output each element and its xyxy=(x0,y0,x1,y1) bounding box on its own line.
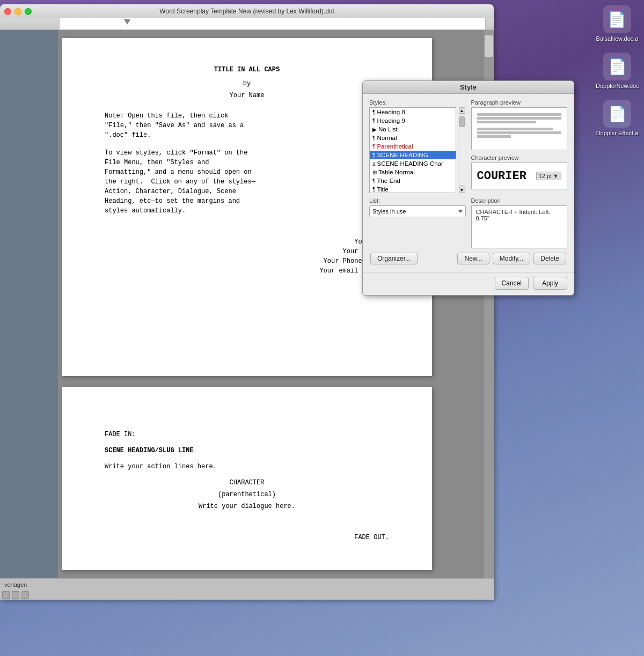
cancel-button[interactable]: Cancel xyxy=(495,277,529,290)
fade-out: FADE OUT. xyxy=(105,533,389,542)
preview-column: Paragraph preview Character preview xyxy=(471,99,568,193)
page-instructions: To view styles, click "Format" on the Fi… xyxy=(105,148,389,216)
style-item-the-end[interactable]: ¶ The End xyxy=(370,176,456,185)
desktop-icons: 📄 BalsaNew.doc.a 📄 DopplerNew.doc 📄 Dopp… xyxy=(596,5,639,136)
left-sidebar xyxy=(0,30,58,578)
window-controls-bottom xyxy=(0,590,494,600)
dialog-body: Styles: ¶ Heading 8¶ Heading 9▶ No List¶… xyxy=(363,94,574,270)
list-col: List: Styles in use xyxy=(369,197,466,248)
contact-email: Your email address xyxy=(105,266,389,276)
balsa-icon: 📄 xyxy=(603,5,631,33)
new-button[interactable]: New... xyxy=(457,253,489,264)
dialog-title: Style xyxy=(363,81,574,94)
font-size-dropdown[interactable]: 12 pt ▼ xyxy=(536,172,561,180)
list-label: List: xyxy=(369,197,466,204)
font-size-preview: 12 pt ▼ xyxy=(536,172,561,180)
contact-phone: Your Phone Number xyxy=(105,256,389,266)
dropdown-arrow-icon: ▼ xyxy=(553,173,559,179)
list-dropdown-arrow-icon xyxy=(458,210,463,213)
ruler-inner xyxy=(59,18,486,30)
preview-line-6 xyxy=(477,135,511,138)
scroll-down-btn[interactable]: ▼ xyxy=(459,187,465,193)
para-preview-label: Paragraph preview xyxy=(471,99,568,106)
fade-in: FADE IN: xyxy=(105,430,389,439)
right-buttons-group: New... Modify... Delete xyxy=(457,253,566,264)
list-scrollbar[interactable]: ▲ ▼ xyxy=(458,107,466,193)
style-dialog: Style Styles: ¶ Heading 8¶ Heading 9▶ No… xyxy=(362,80,574,296)
preview-lines xyxy=(474,110,565,141)
style-item-normal[interactable]: ¶ Normal xyxy=(370,134,456,142)
status-text: vorlagen xyxy=(4,581,27,588)
styles-list[interactable]: ¶ Heading 8¶ Heading 9▶ No List¶ Normal¶… xyxy=(369,107,456,193)
scrollbar-thumb[interactable] xyxy=(485,35,493,57)
page-2: FADE IN: SCENE HEADING/SLUG LINE Write y… xyxy=(62,387,432,570)
dialog-bottom-buttons: Cancel Apply xyxy=(363,272,574,295)
preview-line-3 xyxy=(477,121,536,123)
doppler-label: DopplerNew.doc xyxy=(596,83,639,89)
style-item-title[interactable]: ¶ Title xyxy=(370,185,456,193)
view-control[interactable] xyxy=(21,591,29,599)
doppler-effect-label: Doppler Effect a xyxy=(596,130,639,136)
desktop-icon-balsa[interactable]: 📄 BalsaNew.doc.a xyxy=(596,5,639,42)
description-text: CHARACTER + Indent: Left: 0.75" xyxy=(476,209,551,222)
preview-line-2 xyxy=(477,117,562,120)
paragraph-preview xyxy=(471,107,568,150)
character-preview: COURIER 12 pt ▼ xyxy=(471,163,568,189)
list-value: Styles in use xyxy=(372,208,406,215)
list-dropdown[interactable]: Styles in use xyxy=(369,205,466,217)
doppler-icon: 📄 xyxy=(603,53,631,80)
scroll-track xyxy=(459,115,465,186)
organizer-button[interactable]: Organizer... xyxy=(370,253,418,264)
page-note: Note: Open this file, then click "File,"… xyxy=(105,111,389,140)
scroll-control[interactable] xyxy=(12,591,19,599)
style-item-table-normal[interactable]: ⊞ Table Normal xyxy=(370,168,456,176)
char-preview-section: Character preview COURIER 12 pt ▼ xyxy=(471,154,568,189)
ruler xyxy=(0,18,494,30)
modify-button[interactable]: Modify... xyxy=(493,253,530,264)
dialog-main-row: Styles: ¶ Heading 8¶ Heading 9▶ No List¶… xyxy=(369,99,567,193)
contact-address: Your Address xyxy=(105,247,389,256)
resize-control[interactable] xyxy=(2,591,10,599)
description-col: Description CHARACTER + Indent: Left: 0.… xyxy=(471,197,568,248)
font-name-preview: COURIER xyxy=(477,169,526,183)
page-by: by xyxy=(105,79,389,89)
character-name: CHARACTER xyxy=(105,478,389,488)
description-box: CHARACTER + Indent: Left: 0.75" xyxy=(471,205,568,248)
page-title: TITLE IN ALL CAPS xyxy=(105,65,389,75)
description-label: Description xyxy=(471,197,568,204)
style-item-scene-heading[interactable]: ¶ SCENE HEADING xyxy=(370,151,456,159)
dialogue: Write your dialogue here. xyxy=(105,502,389,511)
action-line: Write your action lines here. xyxy=(105,462,389,471)
desktop-icon-doppler-effect[interactable]: 📄 Doppler Effect a xyxy=(596,100,639,136)
style-item-scene-heading-char[interactable]: a SCENE HEADING Char xyxy=(370,159,456,168)
style-item-heading-9[interactable]: ¶ Heading 9 xyxy=(370,116,456,125)
scroll-thumb[interactable] xyxy=(459,116,465,127)
styles-label: Styles: xyxy=(369,99,466,106)
title-bar: Word Screenplay Template New (revised by… xyxy=(0,4,494,18)
maximize-button[interactable] xyxy=(25,8,32,15)
styles-column: Styles: ¶ Heading 8¶ Heading 9▶ No List¶… xyxy=(369,99,466,193)
scroll-up-btn[interactable]: ▲ xyxy=(459,107,465,114)
scene-content: FADE IN: SCENE HEADING/SLUG LINE Write y… xyxy=(105,430,389,542)
scene-heading: SCENE HEADING/SLUG LINE xyxy=(105,446,389,455)
apply-button[interactable]: Apply xyxy=(533,277,567,290)
minimize-button[interactable] xyxy=(14,8,21,15)
delete-button[interactable]: Delete xyxy=(533,253,566,264)
contact-info: Your name Your Address Your Phone Number… xyxy=(105,237,389,276)
style-item-heading-8[interactable]: ¶ Heading 8 xyxy=(370,108,456,116)
close-button[interactable] xyxy=(4,8,11,15)
dialog-action-buttons: Organizer... New... Modify... Delete xyxy=(369,253,567,264)
style-item-no-list[interactable]: ▶ No List xyxy=(370,125,456,134)
ruler-tab[interactable] xyxy=(124,19,130,25)
style-item-parenthetical[interactable]: ¶ Parenthetical xyxy=(370,142,456,151)
parenthetical: (parenthetical) xyxy=(105,490,389,499)
preview-line-4 xyxy=(477,128,553,130)
page-author: Your Name xyxy=(105,91,389,100)
preview-line-5 xyxy=(477,131,562,134)
doppler-effect-icon: 📄 xyxy=(603,100,631,128)
char-preview-label: Character preview xyxy=(471,154,568,161)
window-title: Word Screenplay Template New (revised by… xyxy=(159,8,334,15)
desktop-icon-doppler[interactable]: 📄 DopplerNew.doc xyxy=(596,53,639,89)
balsa-label: BalsaNew.doc.a xyxy=(596,35,639,42)
font-size-value: 12 pt xyxy=(539,173,552,179)
